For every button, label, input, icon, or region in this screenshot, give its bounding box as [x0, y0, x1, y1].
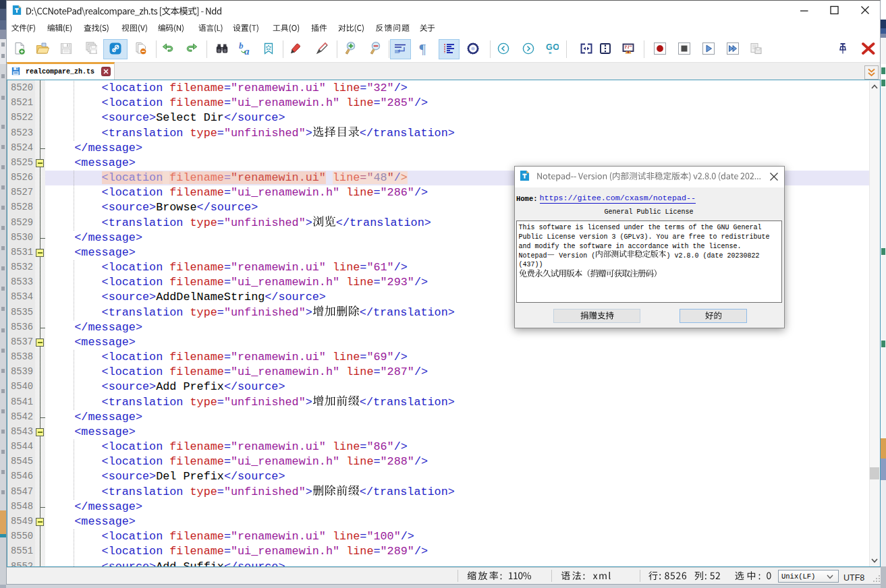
svg-text:b: b — [239, 42, 244, 51]
svg-text:»: » — [549, 50, 552, 55]
svg-text:¶: ¶ — [420, 42, 426, 55]
svg-text:GO: GO — [546, 42, 559, 52]
svg-text:a: a — [244, 46, 250, 55]
